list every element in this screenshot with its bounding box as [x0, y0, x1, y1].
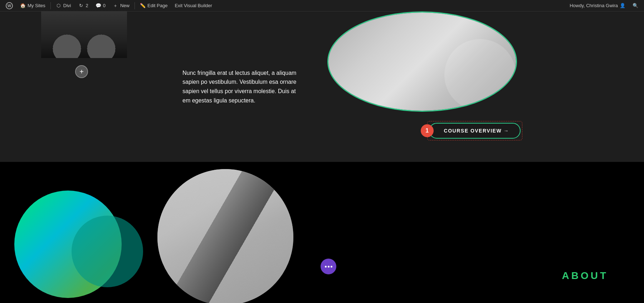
my-sites-button[interactable]: 🏠 My Sites	[17, 0, 48, 11]
divi-icon: ⬡	[56, 3, 62, 9]
plus-icon: ＋	[113, 3, 118, 9]
photo-circle	[157, 169, 293, 303]
about-area: ABOUT	[329, 162, 644, 303]
body-text: Nunc fringilla erat ut lectus aliquet, a…	[182, 68, 297, 105]
teal-decorative-circle	[72, 216, 143, 287]
about-heading: ABOUT	[562, 270, 608, 282]
middle-text-area: Nunc fringilla erat ut lectus aliquet, a…	[168, 11, 311, 162]
photo-circle-area	[179, 162, 329, 303]
course-overview-button[interactable]: COURSE OVERVIEW →	[429, 123, 521, 139]
photo-circle-inner	[157, 169, 293, 303]
divi-button[interactable]: ⬡ Divi	[53, 0, 74, 11]
user-avatar-icon: 👤	[620, 3, 625, 9]
course-overview-area: 1 COURSE OVERVIEW →	[414, 121, 522, 140]
edit-page-button[interactable]: ✏️ Edit Page	[137, 0, 170, 11]
admin-bar-right: Howdy, Christina Gwira 👤 🔍	[567, 0, 641, 11]
wp-logo-icon: W	[6, 2, 13, 9]
wp-logo-button[interactable]: W	[3, 0, 16, 11]
user-menu-button[interactable]: Howdy, Christina Gwira 👤	[567, 0, 628, 11]
search-icon: 🔍	[633, 3, 638, 9]
lower-section: ABOUT	[0, 162, 644, 303]
separator-1	[50, 2, 51, 9]
headphones-image	[41, 11, 127, 58]
left-image-area: +	[0, 11, 168, 162]
course-overview-outer: COURSE OVERVIEW →	[427, 121, 522, 140]
dot-3	[331, 266, 332, 268]
dot-1	[325, 266, 327, 268]
green-circle-area	[0, 162, 179, 303]
comment-icon: 💬	[96, 3, 101, 9]
circle-photo	[327, 11, 517, 112]
house-icon: 🏠	[20, 3, 26, 9]
main-content: + Nunc fringilla erat ut lectus aliquet,…	[0, 11, 644, 303]
dot-2	[328, 266, 330, 268]
separator-2	[135, 2, 135, 9]
upper-section: + Nunc fringilla erat ut lectus aliquet,…	[0, 11, 644, 162]
edit-icon: ✏️	[140, 3, 146, 9]
admin-bar: W 🏠 My Sites ⬡ Divi ↻ 2 💬 0 ＋ New ✏️ Edi…	[0, 0, 644, 11]
right-image-area: 1 COURSE OVERVIEW →	[311, 11, 533, 162]
badge-1: 1	[421, 124, 434, 137]
new-button[interactable]: ＋ New	[110, 0, 132, 11]
updates-button[interactable]: ↻ 2	[75, 0, 91, 11]
exit-builder-button[interactable]: Exit Visual Builder	[172, 0, 215, 11]
add-content-button[interactable]: +	[75, 65, 88, 78]
comments-button[interactable]: 💬 0	[93, 0, 108, 11]
dots-menu-button[interactable]	[321, 259, 336, 274]
refresh-icon: ↻	[78, 3, 84, 9]
search-button[interactable]: 🔍	[630, 0, 641, 11]
